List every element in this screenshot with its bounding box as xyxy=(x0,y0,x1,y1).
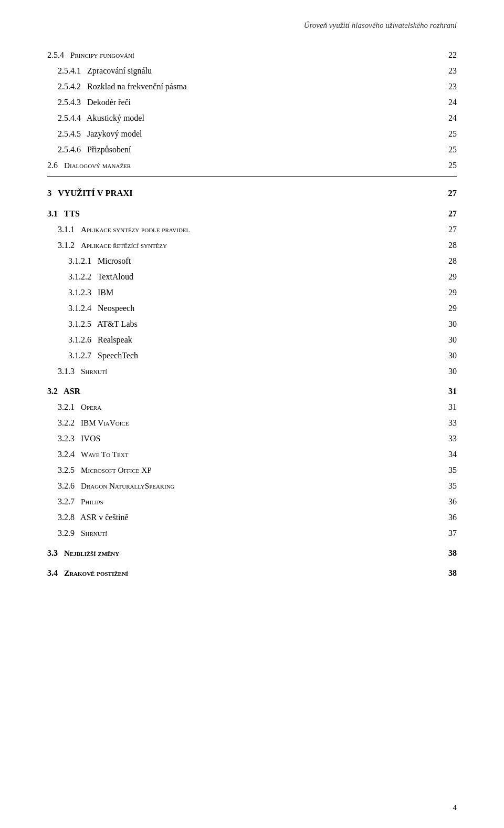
toc-entry-page-3.4: 38 xyxy=(441,567,457,579)
toc-entry-label-sc-3.1.2: Aplikace řetězící syntézy xyxy=(81,241,167,250)
toc-entry-page-3.2.2: 33 xyxy=(441,417,457,429)
toc-entry-2.6: 2.6 Dialogový manažer25 xyxy=(47,159,457,172)
toc-entry-3.2.2: 3.2.2 IBM ViaVoice33 xyxy=(47,417,457,429)
toc-entry-text-3.1.2.3: 3.1.2.3 IBM xyxy=(47,286,441,299)
toc-entry-text-3.1.2.7: 3.1.2.7 SpeechTech xyxy=(47,349,441,362)
toc-entry-label-sc-3.3: Nejbližší změny xyxy=(64,548,119,557)
page-number-footer: 4 xyxy=(453,803,457,812)
toc-entry-page-chapter3: 27 xyxy=(441,187,457,200)
toc-entry-label-sc-3.2.4: Wave To Text xyxy=(81,450,128,459)
toc-entry-text-2.6: 2.6 Dialogový manažer xyxy=(47,159,441,172)
toc-entry-2.5.4.3: 2.5.4.3 Dekodér řeči24 xyxy=(47,96,457,109)
toc-entry-text-3.2.8: 3.2.8 ASR v češtině xyxy=(47,511,441,524)
toc-entry-text-2.5.4.6: 2.5.4.6 Přizpůsobení xyxy=(47,143,441,156)
toc-entry-page-2.5.4.1: 23 xyxy=(441,65,457,77)
toc-entry-text-3.2.6: 3.2.6 Dragon NaturallySpeaking xyxy=(47,480,441,492)
toc-entry-text-3.1.2: 3.1.2 Aplikace řetězící syntézy xyxy=(47,239,441,252)
toc-entry-page-3.2.9: 37 xyxy=(441,527,457,540)
toc-entry-page-2.5.4.4: 24 xyxy=(441,112,457,125)
toc-entry-3.2: 3.2 ASR31 xyxy=(47,385,457,398)
toc-entry-2.5.4.4: 2.5.4.4 Akustický model24 xyxy=(47,112,457,125)
toc-entry-text-3.1: 3.1 TTS xyxy=(47,208,441,220)
toc-entry-2.5.4.5: 2.5.4.5 Jazykový model25 xyxy=(47,128,457,140)
toc-entry-page-3.2.7: 36 xyxy=(441,495,457,508)
toc-entry-page-3.2.8: 36 xyxy=(441,511,457,524)
toc-entry-3.2.8: 3.2.8 ASR v češtině36 xyxy=(47,511,457,524)
toc-entry-3.3: 3.3 Nejbližší změny38 xyxy=(47,547,457,560)
toc-entry-page-3.1.2.2: 29 xyxy=(441,271,457,283)
toc-entry-text-2.5.4.5: 2.5.4.5 Jazykový model xyxy=(47,128,441,140)
toc-entry-text-3.1.2.5: 3.1.2.5 AT&T Labs xyxy=(47,318,441,330)
toc-entry-3.1.2: 3.1.2 Aplikace řetězící syntézy28 xyxy=(47,239,457,252)
toc-entry-text-3.1.1: 3.1.1 Aplikace syntézy podle pravidel xyxy=(47,223,441,236)
toc-entry-3.1.2.3: 3.1.2.3 IBM29 xyxy=(47,286,457,299)
section-divider-chapter3 xyxy=(47,176,457,177)
toc-entry-page-3.1.2.5: 30 xyxy=(441,318,457,330)
toc-entry-2.5.4.6: 2.5.4.6 Přizpůsobení25 xyxy=(47,143,457,156)
header-title: Úroveň využití hlasového uživatelského r… xyxy=(304,21,457,29)
toc-entry-page-3.3: 38 xyxy=(441,547,457,560)
toc-entry-page-3.1.2.4: 29 xyxy=(441,302,457,315)
toc-entry-3.1.2.4: 3.1.2.4 Neospeech29 xyxy=(47,302,457,315)
toc-entry-3.2.7: 3.2.7 Philips36 xyxy=(47,495,457,508)
toc-entry-3.1.2.2: 3.1.2.2 TextAloud29 xyxy=(47,271,457,283)
toc-entry-text-2.5.4: 2.5.4 Principy fungování xyxy=(47,49,441,61)
toc-entry-3.1.2.6: 3.1.2.6 Realspeak30 xyxy=(47,334,457,346)
toc-entry-text-3.2: 3.2 ASR xyxy=(47,385,441,398)
toc-entry-label-sc-3.1.3: Shrnutí xyxy=(81,367,107,376)
toc-entry-3.1.2.7: 3.1.2.7 SpeechTech30 xyxy=(47,349,457,362)
toc-entry-label-sc-2.6: Dialogový manažer xyxy=(64,161,131,170)
toc-entry-page-3.2.3: 33 xyxy=(441,432,457,445)
toc-entry-label-sc-3.2.6: Dragon NaturallySpeaking xyxy=(81,481,175,490)
toc-entry-label-sc-3.1.1: Aplikace syntézy podle pravidel xyxy=(81,225,190,234)
toc-entry-3.2.5: 3.2.5 Microsoft Office XP35 xyxy=(47,464,457,477)
toc-entry-page-3.1.1: 27 xyxy=(441,223,457,236)
toc-entry-label-sc-2.5.4: Principy fungování xyxy=(70,50,134,59)
toc-entry-text-2.5.4.1: 2.5.4.1 Zpracování signálu xyxy=(47,65,441,77)
toc-entry-label-sc-3.4: Zrakově postižení xyxy=(64,568,128,577)
toc-entry-page-2.6: 25 xyxy=(441,159,457,172)
toc-entry-3.1.3: 3.1.3 Shrnutí30 xyxy=(47,365,457,378)
toc-entry-page-2.5.4: 22 xyxy=(441,49,457,61)
footer-page-number: 4 xyxy=(453,803,457,812)
toc-entry-text-3.2.3: 3.2.3 IVOS xyxy=(47,432,441,445)
toc-entry-text-3.2.2: 3.2.2 IBM ViaVoice xyxy=(47,417,441,429)
toc-entry-text-2.5.4.3: 2.5.4.3 Dekodér řeči xyxy=(47,96,441,109)
toc-entry-text-3.1.2.6: 3.1.2.6 Realspeak xyxy=(47,334,441,346)
toc-entry-3.1: 3.1 TTS27 xyxy=(47,208,457,220)
toc-entry-3.2.4: 3.2.4 Wave To Text34 xyxy=(47,448,457,461)
toc-entry-text-2.5.4.4: 2.5.4.4 Akustický model xyxy=(47,112,441,125)
toc-entry-2.5.4: 2.5.4 Principy fungování22 xyxy=(47,49,457,61)
toc-entry-text-3.2.1: 3.2.1 Opera xyxy=(47,401,441,413)
toc-entry-label-sc-3.2.2: IBM ViaVoice xyxy=(81,418,129,427)
page-header: Úroveň využití hlasového uživatelského r… xyxy=(47,21,457,30)
toc-entry-page-3.2.6: 35 xyxy=(441,480,457,492)
toc-entry-page-3.1.2.3: 29 xyxy=(441,286,457,299)
toc-entry-3.1.2.1: 3.1.2.1 Microsoft28 xyxy=(47,255,457,267)
toc-entry-page-3.1.2: 28 xyxy=(441,239,457,252)
toc-entry-label-sc-3.2.9: Shrnutí xyxy=(81,529,107,537)
toc-entry-label-sc-3.2.5: Microsoft Office XP xyxy=(81,465,152,474)
toc-container: 2.5.4 Principy fungování222.5.4.1 Zpraco… xyxy=(47,49,457,579)
toc-entry-3.2.3: 3.2.3 IVOS33 xyxy=(47,432,457,445)
toc-entry-2.5.4.1: 2.5.4.1 Zpracování signálu23 xyxy=(47,65,457,77)
toc-entry-page-3.2.1: 31 xyxy=(441,401,457,413)
toc-entry-text-3.1.2.4: 3.1.2.4 Neospeech xyxy=(47,302,441,315)
toc-entry-text-3.1.2.2: 3.1.2.2 TextAloud xyxy=(47,271,441,283)
toc-entry-text-3.2.9: 3.2.9 Shrnutí xyxy=(47,527,441,540)
toc-entry-label-sc-3.2.1: Opera xyxy=(81,402,101,411)
toc-entry-page-3.2.5: 35 xyxy=(441,464,457,477)
page: Úroveň využití hlasového uživatelského r… xyxy=(0,0,504,828)
toc-entry-page-3.2: 31 xyxy=(441,385,457,398)
toc-entry-page-3.1.2.7: 30 xyxy=(441,349,457,362)
toc-entry-page-2.5.4.2: 23 xyxy=(441,80,457,93)
toc-entry-text-3.1.2.1: 3.1.2.1 Microsoft xyxy=(47,255,441,267)
toc-entry-page-3.1.2.6: 30 xyxy=(441,334,457,346)
toc-entry-text-3.4: 3.4 Zrakově postižení xyxy=(47,567,441,579)
toc-entry-text-3.1.3: 3.1.3 Shrnutí xyxy=(47,365,441,378)
toc-entry-text-chapter3: 3 VYUŽITÍ V PRAXI xyxy=(47,187,441,200)
toc-entry-3.1.2.5: 3.1.2.5 AT&T Labs30 xyxy=(47,318,457,330)
toc-entry-text-3.2.5: 3.2.5 Microsoft Office XP xyxy=(47,464,441,477)
toc-entry-3.2.6: 3.2.6 Dragon NaturallySpeaking35 xyxy=(47,480,457,492)
toc-entry-page-2.5.4.5: 25 xyxy=(441,128,457,140)
